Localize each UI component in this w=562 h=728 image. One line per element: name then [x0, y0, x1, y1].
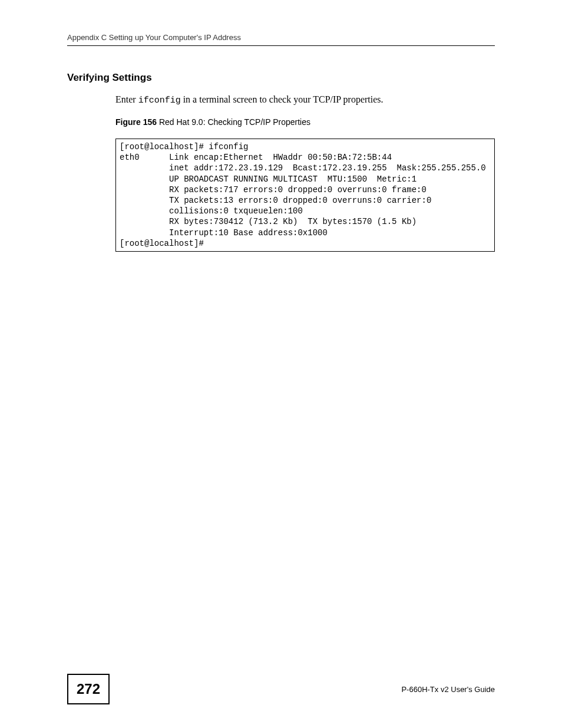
figure-caption: Figure 156 Red Hat 9.0: Checking TCP/IP … [115, 117, 495, 127]
figure-caption-text: Red Hat 9.0: Checking TCP/IP Properties [157, 117, 310, 127]
inline-command: ifconfig [138, 95, 181, 106]
footer-guide-text: P-660H-Tx v2 User's Guide [401, 685, 495, 694]
section-heading: Verifying Settings [67, 72, 495, 84]
body-paragraph: Enter ifconfig in a terminal screen to c… [115, 94, 495, 106]
page-number: 272 [67, 674, 110, 704]
terminal-output: [root@localhost]# ifconfig eth0 Link enc… [115, 139, 495, 252]
figure-label: Figure 156 [115, 117, 157, 127]
body-text-suffix: in a terminal screen to check your TCP/I… [181, 94, 384, 104]
page-header: Appendix C Setting up Your Computer's IP… [67, 33, 495, 46]
page-footer: 272 P-660H-Tx v2 User's Guide [0, 674, 562, 704]
body-text-prefix: Enter [115, 94, 138, 104]
